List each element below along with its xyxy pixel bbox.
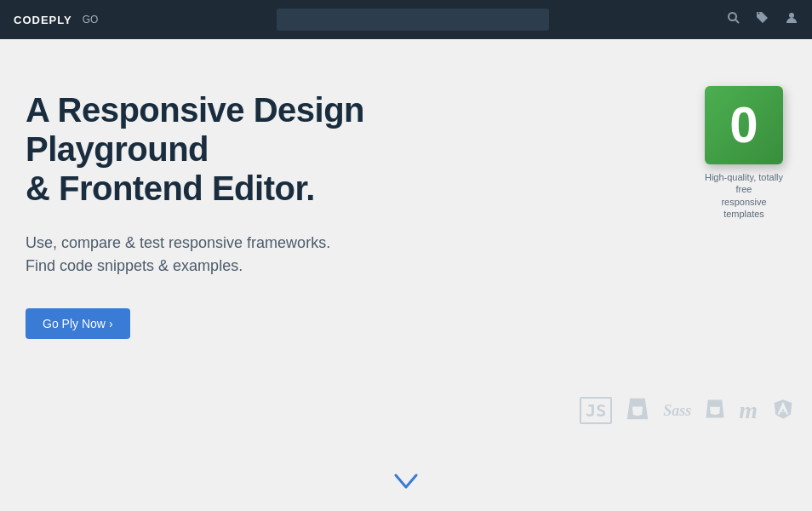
badge-desc-line2: responsive templates [721,197,766,219]
html5-icon [626,395,649,426]
hero-subtitle-line2: Find code snippets & examples. [26,255,553,278]
badge-description: High-quality, totally free responsive te… [701,171,786,220]
hero-subtitle-line1: Use, compare & test responsive framework… [26,232,553,255]
search-input[interactable] [277,9,549,31]
svg-line-1 [735,20,739,23]
badge-desc-line1: High-quality, totally free [705,172,783,194]
search-container [108,9,717,31]
js-icon: JS [580,397,612,424]
user-icon[interactable] [785,11,798,28]
navbar: CODEPLY GO [0,0,812,39]
navbar-icons [727,11,798,28]
badge-number: 0 [729,100,758,151]
tech-icons-row: JS Sass m [580,395,795,426]
hero-subtitle: Use, compare & test responsive framework… [26,232,553,278]
badge-icon-box: 0 [705,86,783,164]
css3-icon [705,396,725,425]
badge-card: 0 High-quality, totally free responsive … [701,86,786,220]
tag-icon[interactable] [756,11,769,28]
angular-icon [771,397,795,424]
sass-icon: Sass [663,402,691,420]
cta-chevron: › [109,317,113,330]
brand: CODEPLY GO [14,14,98,26]
svg-point-0 [729,13,736,20]
hero-title: A Responsive Design Playground & Fronten… [26,90,553,208]
cta-label: Go Ply Now [43,317,106,330]
hero-content: A Responsive Design Playground & Fronten… [26,90,553,339]
scroll-down-button[interactable] [394,472,418,494]
brand-name: CODEPLY [14,14,72,26]
search-icon[interactable] [727,11,741,28]
hero-title-line2: & Frontend Editor. [26,169,315,207]
hero-title-line1: A Responsive Design Playground [26,91,364,168]
go-ply-now-button[interactable]: Go Ply Now › [26,308,130,339]
mocha-icon: m [739,397,758,424]
svg-point-2 [789,13,794,18]
hero-section: A Responsive Design Playground & Fronten… [0,39,812,511]
nav-go-link[interactable]: GO [83,14,99,26]
